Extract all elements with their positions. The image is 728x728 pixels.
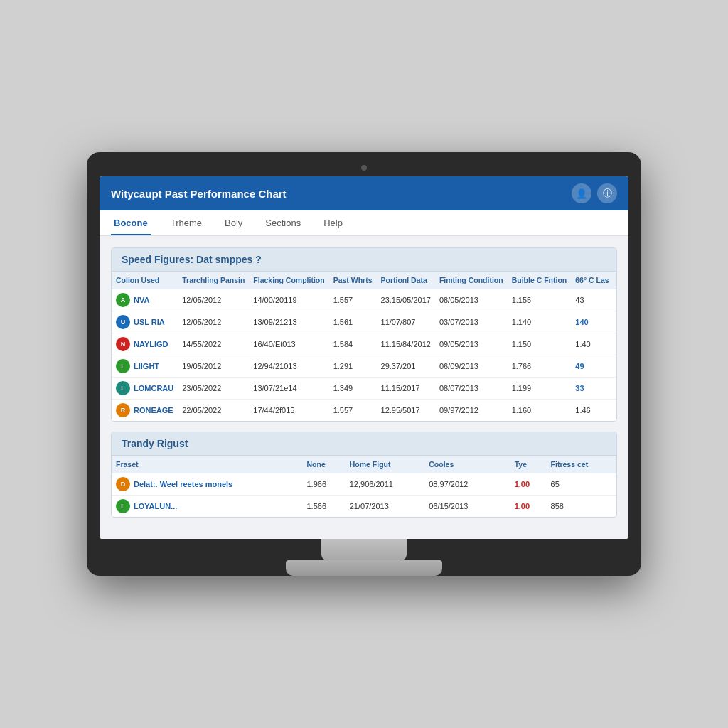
table-cell: .223.23	[614, 355, 617, 378]
table-cell: 22/05/2022	[178, 400, 249, 422]
content-area: Speed Figures: Dat smppes ? Colion UsedT…	[100, 236, 628, 539]
table-row: RRONEAGE22/05/202217/44/2f0151.55712.95/…	[112, 400, 617, 422]
sf-col-header: Colion Used	[112, 272, 178, 289]
training-header-row: FrasetNoneHome FigutCoolesTyeFitress cet	[112, 456, 616, 473]
app-title: Witycaupt Past Performance Chart	[111, 188, 287, 200]
horse-name[interactable]: RONEAGE	[134, 406, 173, 414]
table-cell: 06/15/2013	[424, 496, 497, 518]
horse-name[interactable]: NAYLIGD	[134, 340, 168, 348]
table-cell: .374.89	[614, 333, 617, 355]
table-cell: 13/07/21e14	[249, 378, 328, 400]
table-cell: 12/94/21013	[249, 355, 328, 378]
table-row: ANVA12/05/201214/00/201191.55723.15/05/2…	[112, 289, 617, 311]
table-cell-highlight: 49	[571, 355, 613, 378]
speed-figures-table: Colion UsedTrarchling PansinFlacking Com…	[112, 272, 617, 421]
horse-name[interactable]: LOMCRAU	[134, 384, 173, 392]
table-cell: 06/09/2013	[435, 355, 508, 378]
header-icons: 👤 ⓘ	[572, 183, 617, 203]
table-cell: 23.15/05/2017	[377, 289, 435, 311]
speed-figures-tbody: ANVA12/05/201214/00/201191.55723.15/05/2…	[112, 289, 617, 422]
table-row: LLOMCRAU23/05/202213/07/21e141.34911.15/…	[112, 378, 617, 400]
training-col-header: Home Figut	[346, 456, 425, 473]
table-cell: 13/09/21213	[249, 311, 328, 333]
table-cell: 1.199	[508, 378, 572, 400]
horse-cell: NNAYLIGD	[112, 333, 178, 355]
monitor-stand-base	[286, 560, 442, 576]
table-cell: 1.557	[329, 289, 377, 311]
fitness-value: 1.00	[510, 496, 547, 518]
table-cell: 65	[547, 473, 616, 496]
sf-col-header: 66° C Las	[571, 272, 613, 289]
training-header: Trandy Rigust	[112, 432, 616, 456]
nav-item-boly[interactable]: Boly	[222, 210, 245, 235]
table-cell: 17/44/2f015	[249, 400, 328, 422]
table-cell-highlight: 1.46	[571, 400, 613, 422]
horse-name[interactable]: LOYALUN...	[134, 502, 177, 510]
table-cell: .248.00	[614, 378, 617, 400]
table-cell: 1.291	[329, 355, 377, 378]
speed-figures-thead: Colion UsedTrarchling PansinFlacking Com…	[112, 272, 617, 289]
info-icon[interactable]: ⓘ	[597, 183, 617, 203]
table-row: LLIIGHT19/05/201212/94/210131.29129.37/2…	[112, 355, 617, 378]
table-cell: 08,97/2012	[424, 473, 497, 496]
table-cell: 360.66	[614, 400, 617, 422]
table-cell: 1.349	[329, 378, 377, 400]
training-col-header	[497, 456, 510, 473]
speed-figures-header-row: Colion UsedTrarchling PansinFlacking Com…	[112, 272, 617, 289]
table-cell: 12/05/2012	[178, 311, 249, 333]
table-cell: 858	[547, 496, 616, 518]
horse-name[interactable]: NVA	[134, 296, 149, 304]
horse-cell: ANVA	[112, 289, 178, 311]
monitor-stand-top	[321, 539, 407, 560]
table-cell-highlight: 33	[571, 378, 613, 400]
nav-bar: BoconeTrhemeBolySectionsHelp	[100, 210, 628, 236]
table-cell: 1.966	[302, 473, 345, 496]
table-cell: 1.160	[508, 400, 572, 422]
horse-badge: U	[116, 315, 130, 329]
horse-name[interactable]: LIIGHT	[134, 362, 159, 370]
sf-col-header: Buible C Fntion	[508, 272, 572, 289]
nav-item-trheme[interactable]: Trheme	[168, 210, 205, 235]
monitor-camera	[361, 165, 367, 171]
table-row: NNAYLIGD14/55/202216/40/Et0131.58411.15/…	[112, 333, 617, 355]
table-cell: 21/07/2013	[346, 496, 425, 518]
table-cell: 08/05/2013	[435, 289, 508, 311]
table-cell: 29.37/201	[377, 355, 435, 378]
horse-cell: RRONEAGE	[112, 400, 178, 422]
table-row: LLOYALUN...1.56621/07/201306/15/20131.00…	[112, 496, 616, 518]
training-table: FrasetNoneHome FigutCoolesTyeFitress cet…	[112, 456, 616, 517]
sf-col-header: Trarchling Pansin	[178, 272, 249, 289]
horse-badge: R	[116, 403, 130, 417]
table-cell	[497, 473, 510, 496]
sf-col-header: Portionl Data	[377, 272, 435, 289]
table-cell: 19/05/2012	[178, 355, 249, 378]
table-cell: 1.140	[508, 311, 572, 333]
table-cell: 1.155	[508, 289, 572, 311]
sf-col-header: Past Whrts	[329, 272, 377, 289]
training-col-header: Tye	[510, 456, 547, 473]
table-cell-highlight: 43	[571, 289, 613, 311]
table-cell: 1.557	[329, 400, 377, 422]
sf-col-header: Liot AD (AUOTe)	[614, 272, 617, 289]
table-row: UUSL RIA12/05/201213/09/212131.56111/07/…	[112, 311, 617, 333]
horse-badge: L	[116, 381, 130, 395]
training-col-header: Fraset	[112, 456, 302, 473]
table-cell: 23/05/2022	[178, 378, 249, 400]
horse-name[interactable]: Delat:. Weel reetes monels	[134, 480, 232, 488]
training-horse-cell: LLOYALUN...	[112, 496, 302, 518]
table-cell: 1.561	[329, 311, 377, 333]
table-cell: 08/07/2013	[435, 378, 508, 400]
horse-name[interactable]: USL RIA	[134, 318, 165, 326]
horse-badge: A	[116, 293, 130, 307]
speed-figures-section: Speed Figures: Dat smppes ? Colion UsedT…	[111, 247, 617, 422]
nav-item-bocone[interactable]: Bocone	[111, 210, 151, 235]
training-col-header: Cooles	[424, 456, 497, 473]
training-col-header: Fitress cet	[547, 456, 616, 473]
table-cell: 1.566	[302, 496, 345, 518]
training-section: Trandy Rigust FrasetNoneHome FigutCooles…	[111, 432, 617, 518]
nav-item-sections[interactable]: Sections	[262, 210, 304, 235]
table-cell: 12/05/2012	[178, 289, 249, 311]
horse-badge: L	[116, 359, 130, 373]
user-icon[interactable]: 👤	[572, 183, 592, 203]
nav-item-help[interactable]: Help	[321, 210, 346, 235]
